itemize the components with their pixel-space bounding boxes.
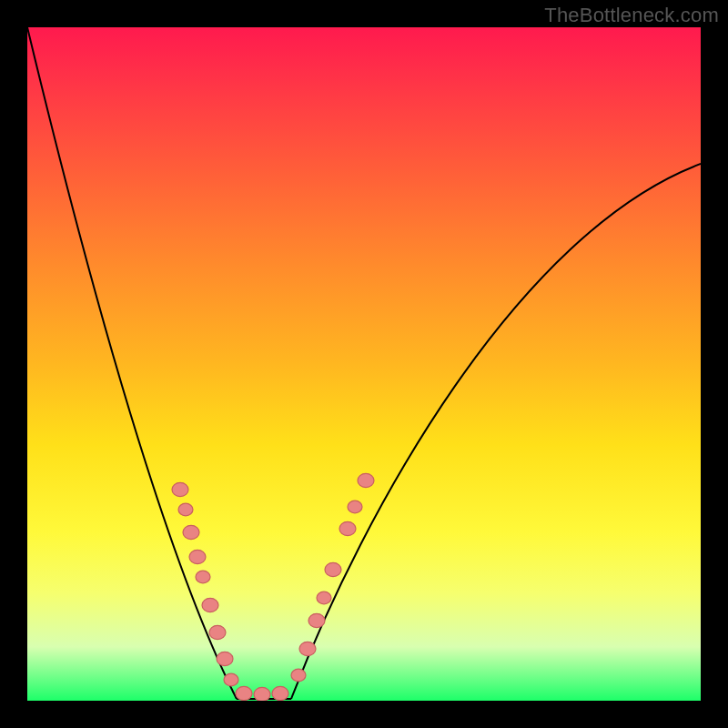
data-point-dot <box>236 686 252 700</box>
data-point-dot <box>317 592 331 604</box>
data-point-dot <box>196 571 210 583</box>
data-point-dot <box>339 521 356 535</box>
chart-plot-area <box>27 27 701 701</box>
data-point-dot <box>348 500 362 513</box>
data-point-dot <box>254 687 270 701</box>
data-point-dot <box>172 482 188 496</box>
data-point-dot <box>299 642 316 655</box>
data-point-dot <box>308 613 325 627</box>
curve-path-left <box>27 27 237 699</box>
data-point-dot <box>189 550 206 563</box>
data-point-dot <box>178 503 193 516</box>
data-point-dot <box>358 473 374 487</box>
data-point-dot <box>224 673 238 686</box>
data-point-dot <box>291 669 306 682</box>
bottleneck-curve <box>27 27 701 701</box>
data-point-dot <box>183 525 199 539</box>
dot-cluster-right <box>291 473 374 681</box>
watermark-text: TheBottleneck.com <box>544 4 719 27</box>
data-point-dot <box>209 625 226 639</box>
data-point-dot <box>272 686 288 700</box>
data-point-dot <box>202 598 218 612</box>
curve-path-right <box>291 164 701 699</box>
data-point-dot <box>217 652 233 665</box>
data-point-dot <box>325 562 341 576</box>
dot-cluster-left <box>172 482 238 685</box>
dot-cluster-bottom <box>236 686 288 701</box>
